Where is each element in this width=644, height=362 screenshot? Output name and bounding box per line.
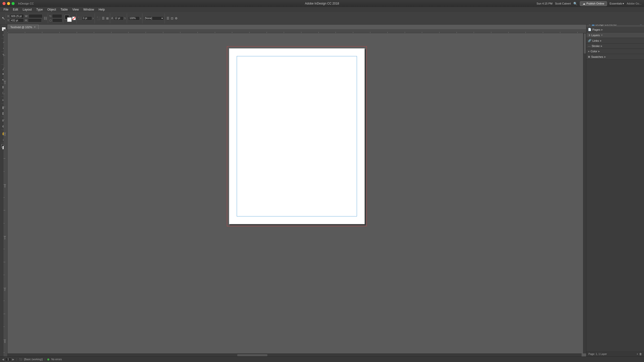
pages-expand-icon: ▶ bbox=[601, 28, 603, 31]
content-icon[interactable]: ⊡ bbox=[170, 16, 174, 20]
menu-table[interactable]: Table bbox=[59, 7, 70, 12]
sub-panel-swatches[interactable]: ◼ Swatches ▶ bbox=[586, 54, 644, 60]
horizontal-scrollbar[interactable] bbox=[8, 353, 582, 356]
style-dropdown[interactable]: [None] ▾ bbox=[144, 16, 164, 20]
align-left-icon[interactable]: ⬛ bbox=[96, 16, 101, 20]
delete-layer-button[interactable]: 🗑 bbox=[639, 352, 642, 355]
menu-type[interactable]: Type bbox=[34, 7, 45, 12]
stroke-label: ⬛ bbox=[78, 17, 82, 20]
next-page-button[interactable]: ▶ bbox=[12, 358, 14, 361]
ruler-tick bbox=[336, 32, 336, 33]
menu-window[interactable]: Window bbox=[81, 7, 96, 12]
style-group: [None] ▾ bbox=[143, 13, 165, 23]
view-options-icon[interactable]: ☰ bbox=[166, 16, 170, 20]
sub-panel-stroke[interactable]: — Stroke ▶ bbox=[586, 43, 644, 49]
x-field[interactable] bbox=[10, 14, 24, 18]
color-panel-icon: ● bbox=[588, 50, 590, 53]
ruler-v-tick bbox=[4, 68, 5, 68]
sub-panel-pages[interactable]: 📄 Pages ▶ bbox=[586, 27, 644, 32]
v-scroll-thumb[interactable] bbox=[584, 33, 586, 54]
rotation-field[interactable] bbox=[52, 14, 62, 18]
sub-panel-layers[interactable]: ◑ Layers ▼ bbox=[586, 32, 644, 38]
adobe-link[interactable]: Adobe Go... bbox=[627, 2, 641, 5]
sub-panel-color[interactable]: ● Color ▶ bbox=[586, 49, 644, 54]
font-size-field[interactable] bbox=[113, 16, 124, 20]
page[interactable] bbox=[229, 48, 365, 224]
ruler-tick bbox=[387, 32, 388, 33]
ruler-tick bbox=[318, 32, 319, 33]
menu-file[interactable]: File bbox=[2, 7, 10, 12]
sub-panel-swatches-label: Swatches bbox=[591, 55, 603, 58]
constrain-proportions-icon[interactable]: ⛓ bbox=[44, 16, 47, 20]
essentials-button[interactable]: Essentials ▾ bbox=[610, 2, 624, 5]
ruler-tick bbox=[180, 32, 180, 33]
close-button[interactable] bbox=[3, 2, 6, 5]
x-label: X: bbox=[7, 15, 10, 18]
sub-panel-layers-label: Layers bbox=[591, 34, 600, 37]
ruler-h-marks bbox=[8, 29, 586, 33]
window-title: Adobe InDesign CC 2018 bbox=[305, 2, 339, 5]
new-layer-button[interactable]: + bbox=[637, 352, 638, 355]
menu-layout[interactable]: Layout bbox=[21, 7, 34, 12]
none-swatch[interactable] bbox=[72, 17, 76, 20]
page-number-field[interactable] bbox=[5, 358, 11, 361]
bleed-mark-top bbox=[227, 46, 367, 47]
ruler-tick bbox=[59, 32, 60, 33]
ruler-tick bbox=[232, 32, 232, 33]
swatches-expand-icon: ▶ bbox=[604, 56, 606, 58]
settings-icon[interactable]: ⚙ bbox=[174, 16, 178, 20]
ruler-v-tick bbox=[4, 275, 5, 275]
stroke-field[interactable] bbox=[82, 16, 92, 20]
canvas-area[interactable] bbox=[8, 33, 586, 356]
ruler-tick bbox=[543, 32, 543, 33]
ruler-v-label: 576 bbox=[4, 236, 6, 239]
w-field[interactable] bbox=[29, 14, 43, 18]
ruler-tick bbox=[457, 32, 457, 33]
links-expand-icon: ▶ bbox=[600, 39, 602, 42]
publish-online-button[interactable]: ☁ Publish Online bbox=[580, 1, 607, 6]
stroke-swatch[interactable] bbox=[67, 17, 72, 22]
sub-panel-links[interactable]: 🔗 Links ▶ bbox=[586, 38, 644, 43]
menu-edit[interactable]: Edit bbox=[11, 7, 20, 12]
minimize-button[interactable] bbox=[7, 2, 10, 5]
ruler-tick bbox=[146, 32, 146, 33]
ruler-v-tick bbox=[4, 301, 5, 301]
search-icon[interactable]: 🔍 bbox=[573, 2, 577, 6]
menu-help[interactable]: Help bbox=[97, 7, 107, 12]
maximize-button[interactable] bbox=[12, 2, 15, 5]
ruler-tick bbox=[42, 32, 42, 33]
y-field[interactable] bbox=[10, 18, 24, 22]
no-errors-indicator bbox=[47, 358, 49, 360]
shear-field[interactable] bbox=[52, 18, 62, 22]
h-scroll-thumb[interactable] bbox=[237, 354, 267, 356]
menu-view[interactable]: View bbox=[70, 7, 81, 12]
h-field[interactable] bbox=[28, 18, 42, 22]
style-value: [None] bbox=[145, 17, 152, 20]
prev-page-button[interactable]: ◀ bbox=[2, 358, 4, 361]
ruler-v-tick bbox=[4, 158, 5, 159]
menu-object[interactable]: Object bbox=[45, 7, 58, 12]
bleed-mark-left bbox=[227, 46, 227, 226]
distribute-icon[interactable]: ⊞ bbox=[106, 16, 109, 20]
zoom-field[interactable] bbox=[128, 16, 140, 20]
transform-group: X: Y: W: H: ⛓ bbox=[7, 13, 48, 23]
document-tab[interactable]: TestIndd @ 102% ✕ bbox=[8, 25, 38, 29]
doc-close-button[interactable]: ✕ bbox=[34, 26, 36, 28]
bleed-mark-bottom bbox=[227, 226, 367, 226]
ruler-v-tick bbox=[4, 107, 5, 107]
ruler-v-tick bbox=[4, 223, 5, 223]
zoom-group: ▾ bbox=[128, 13, 142, 23]
chevron-down-icon: ▾ bbox=[623, 2, 624, 5]
sub-panel-color-label: Color bbox=[591, 50, 597, 53]
ruler-v-tick bbox=[4, 120, 5, 120]
font-size-arrows: ⇅ bbox=[124, 17, 126, 20]
page-navigation: ◀ ▶ bbox=[2, 358, 14, 361]
preflight-icon[interactable]: ⬛ bbox=[19, 358, 22, 361]
align-center-icon[interactable]: ☰ bbox=[101, 16, 105, 20]
vertical-scrollbar[interactable] bbox=[583, 33, 586, 353]
zoom-dropdown-icon[interactable]: ▾ bbox=[140, 17, 141, 20]
ruler-v-tick bbox=[4, 314, 5, 314]
sub-panel-links-label: Links bbox=[592, 39, 599, 42]
toolbar: ↖ X: Y: W: H: ⛓ bbox=[0, 12, 644, 25]
sub-panel-stroke-label: Stroke bbox=[592, 44, 600, 48]
